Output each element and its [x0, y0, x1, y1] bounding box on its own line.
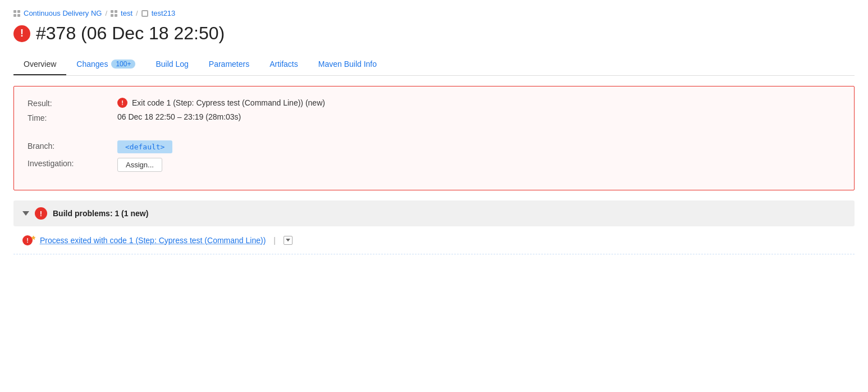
branch-row: Branch: <default> — [28, 140, 840, 153]
breadcrumb-part1[interactable]: Continuous Delivery NG — [24, 9, 102, 17]
branch-button[interactable]: <default> — [117, 140, 172, 153]
branch-value: <default> — [117, 140, 172, 153]
problems-title: Build problems: 1 (1 new) — [53, 209, 148, 218]
problem-icons: ! * — [22, 234, 35, 246]
problem-asterisk-icon: * — [31, 234, 35, 246]
page-icon — [141, 10, 148, 17]
problem-dropdown-icon[interactable] — [284, 236, 293, 245]
tab-build-log[interactable]: Build Log — [145, 54, 198, 75]
time-value: 06 Dec 18 22:50 – 23:19 (28m:03s) — [117, 112, 241, 121]
breadcrumb-part3[interactable]: test213 — [152, 9, 176, 17]
time-row: Time: 06 Dec 18 22:50 – 23:19 (28m:03s) — [28, 112, 840, 122]
dropdown-triangle — [286, 239, 290, 241]
problem-link[interactable]: Process exited with code 1 (Step: Cypres… — [40, 236, 266, 245]
grid-icon-2 — [111, 10, 117, 17]
build-number: #378 (06 Dec 18 22:50) — [36, 23, 225, 44]
build-info-box: Result: ! Exit code 1 (Step: Cypress tes… — [13, 86, 855, 190]
changes-badge: 100+ — [111, 60, 135, 69]
chevron-down-icon — [22, 211, 29, 216]
result-row: Result: ! Exit code 1 (Step: Cypress tes… — [28, 98, 840, 108]
tabs-bar: Overview Changes 100+ Build Log Paramete… — [13, 54, 855, 76]
result-value: ! Exit code 1 (Step: Cypress test (Comma… — [117, 98, 325, 108]
assign-button[interactable]: Assign... — [117, 158, 162, 172]
result-label: Result: — [28, 98, 117, 108]
tab-changes[interactable]: Changes 100+ — [66, 54, 145, 75]
build-problems-section[interactable]: ! Build problems: 1 (1 new) — [13, 200, 855, 226]
grid-icon — [13, 10, 20, 17]
problems-error-icon: ! — [35, 207, 47, 220]
tab-artifacts[interactable]: Artifacts — [259, 54, 308, 75]
spacer — [28, 127, 840, 140]
branch-label: Branch: — [28, 140, 117, 151]
time-label: Time: — [28, 112, 117, 122]
tab-overview[interactable]: Overview — [13, 54, 66, 75]
problem-separator: | — [273, 236, 276, 245]
investigation-value: Assign... — [117, 158, 162, 172]
tab-parameters[interactable]: Parameters — [199, 54, 259, 75]
result-error-icon: ! — [117, 98, 127, 108]
investigation-label: Investigation: — [28, 158, 117, 168]
breadcrumb: Continuous Delivery NG / test / test213 — [13, 9, 855, 17]
investigation-row: Investigation: Assign... — [28, 158, 840, 172]
breadcrumb-part2[interactable]: test — [121, 9, 133, 17]
breadcrumb-sep1: / — [105, 9, 107, 17]
breadcrumb-sep2: / — [136, 9, 138, 17]
tab-maven-build-info[interactable]: Maven Build Info — [308, 54, 387, 75]
problem-item: ! * Process exited with code 1 (Step: Cy… — [13, 226, 855, 254]
error-icon: ! — [13, 25, 30, 42]
build-title-row: ! #378 (06 Dec 18 22:50) — [13, 23, 855, 44]
